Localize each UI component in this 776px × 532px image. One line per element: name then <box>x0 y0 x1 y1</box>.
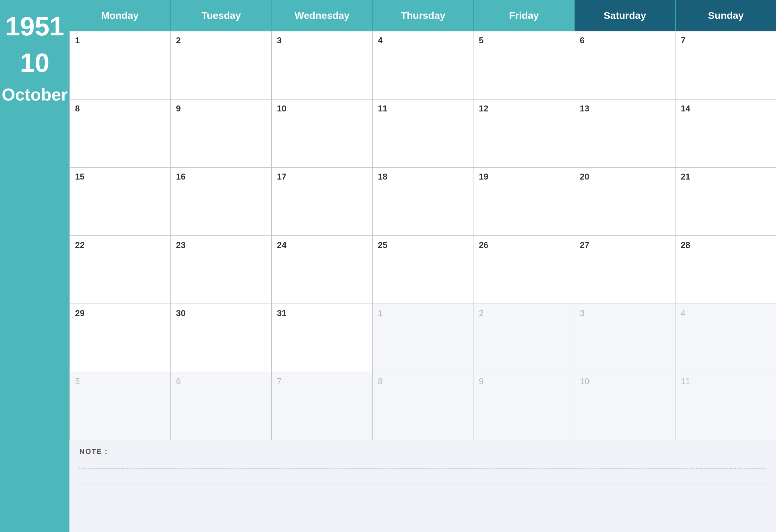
calendar-cell[interactable]: 24 <box>271 236 372 304</box>
month-display: October <box>2 86 67 103</box>
calendar-cell[interactable]: 2 <box>170 31 271 99</box>
header-monday: Monday <box>69 0 170 31</box>
note-label: NOTE： <box>79 447 766 457</box>
calendar-cell-other[interactable]: 9 <box>473 372 574 440</box>
calendar-cell-other[interactable]: 11 <box>675 372 776 440</box>
header-sunday: Sunday <box>675 0 776 31</box>
header-wednesday: Wednesday <box>271 0 372 31</box>
calendar-main: Monday Tuesday Wednesday Thursday Friday… <box>69 0 776 532</box>
note-line-4 <box>79 506 766 516</box>
calendar-cell[interactable]: 29 <box>69 304 170 372</box>
calendar-wrapper: 1951 10 October Monday Tuesday Wednesday… <box>0 0 776 532</box>
calendar-cell[interactable]: 17 <box>271 167 372 235</box>
calendar-cell-other[interactable]: 10 <box>574 372 675 440</box>
calendar-cell[interactable]: 9 <box>170 99 271 167</box>
calendar-cell[interactable]: 11 <box>372 99 473 167</box>
header-tuesday: Tuesday <box>170 0 271 31</box>
calendar-cell[interactable]: 23 <box>170 236 271 304</box>
header-thursday: Thursday <box>372 0 473 31</box>
calendar-cell-other[interactable]: 3 <box>574 304 675 372</box>
note-line-2 <box>79 475 766 484</box>
calendar-cell[interactable]: 18 <box>372 167 473 235</box>
calendar-cell-other[interactable]: 6 <box>170 372 271 440</box>
calendar-cell[interactable]: 6 <box>574 31 675 99</box>
calendar-cell[interactable]: 19 <box>473 167 574 235</box>
note-line-3 <box>79 490 766 500</box>
calendar-cell[interactable]: 25 <box>372 236 473 304</box>
calendar-cell-other[interactable]: 8 <box>372 372 473 440</box>
calendar-cell[interactable]: 16 <box>170 167 271 235</box>
header-saturday: Saturday <box>574 0 675 31</box>
calendar-row: 29 30 31 1 2 3 4 <box>69 304 776 372</box>
calendar-cell[interactable]: 1 <box>69 31 170 99</box>
calendar-cell-other[interactable]: 5 <box>69 372 170 440</box>
calendar-cell[interactable]: 7 <box>675 31 776 99</box>
calendar-cell[interactable]: 26 <box>473 236 574 304</box>
calendar-cell-other[interactable]: 2 <box>473 304 574 372</box>
calendar-header: Monday Tuesday Wednesday Thursday Friday… <box>69 0 776 31</box>
calendar-cell[interactable]: 28 <box>675 236 776 304</box>
calendar-cell-other[interactable]: 7 <box>271 372 372 440</box>
note-section: NOTE： <box>69 440 776 532</box>
calendar-cell[interactable]: 21 <box>675 167 776 235</box>
calendar-row: 1 2 3 4 5 6 7 <box>69 31 776 99</box>
calendar-cell[interactable]: 22 <box>69 236 170 304</box>
calendar-cell[interactable]: 27 <box>574 236 675 304</box>
calendar-row: 8 9 10 11 12 13 14 <box>69 99 776 167</box>
calendar-cell[interactable]: 14 <box>675 99 776 167</box>
calendar-sidebar: 1951 10 October <box>0 0 69 532</box>
calendar-row: 5 6 7 8 9 10 11 <box>69 372 776 440</box>
calendar-cell[interactable]: 5 <box>473 31 574 99</box>
week-number-display: 10 <box>20 50 50 76</box>
calendar-grid: 1 2 3 4 5 6 7 8 9 10 11 12 13 14 15 <box>69 31 776 440</box>
calendar-cell-other[interactable]: 1 <box>372 304 473 372</box>
calendar-cell-other[interactable]: 4 <box>675 304 776 372</box>
calendar-cell[interactable]: 30 <box>170 304 271 372</box>
header-friday: Friday <box>473 0 574 31</box>
calendar-cell[interactable]: 12 <box>473 99 574 167</box>
calendar-cell[interactable]: 20 <box>574 167 675 235</box>
year-display: 1951 <box>5 13 64 40</box>
calendar-cell[interactable]: 10 <box>271 99 372 167</box>
calendar-cell[interactable]: 15 <box>69 167 170 235</box>
calendar-cell[interactable]: 13 <box>574 99 675 167</box>
calendar-cell[interactable]: 31 <box>271 304 372 372</box>
calendar-row: 22 23 24 25 26 27 28 <box>69 236 776 304</box>
calendar-row: 15 16 17 18 19 20 21 <box>69 167 776 235</box>
calendar-cell[interactable]: 3 <box>271 31 372 99</box>
calendar-cell[interactable]: 4 <box>372 31 473 99</box>
note-line-1 <box>79 459 766 469</box>
calendar-cell[interactable]: 8 <box>69 99 170 167</box>
